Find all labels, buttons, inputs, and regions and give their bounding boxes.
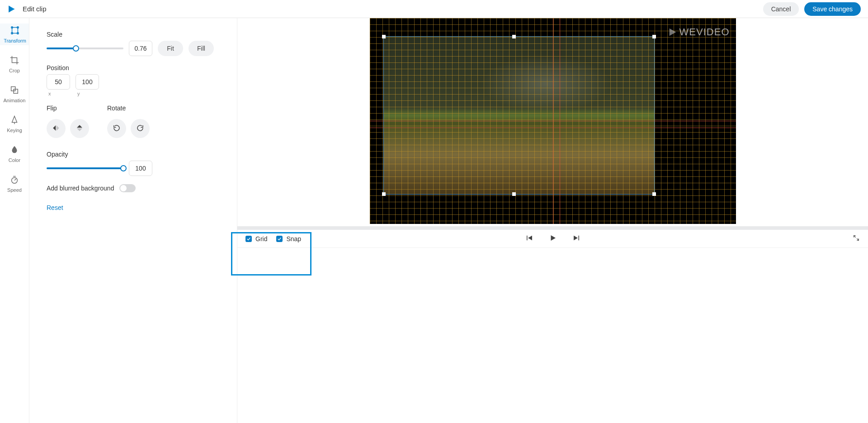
sidebar-item-label: Transform: [4, 38, 26, 43]
sidebar-item-keying[interactable]: Keying: [0, 113, 29, 135]
svg-rect-0: [12, 28, 18, 33]
clip-bounds[interactable]: [383, 36, 655, 195]
opacity-section: Opacity: [47, 151, 223, 176]
preview-area: WEVIDEO Grid Snap: [237, 18, 868, 423]
blur-background-row: Add blurred background: [47, 184, 223, 192]
guide-horizontal: [370, 121, 736, 121]
position-y-input[interactable]: [75, 74, 99, 90]
flip-vertical-icon: [75, 124, 84, 133]
cancel-button[interactable]: Cancel: [763, 2, 799, 16]
x-sublabel: x: [48, 91, 70, 96]
rotate-ccw-button[interactable]: [107, 119, 126, 138]
checkbox-checked-icon: [276, 236, 283, 242]
watermark-text: WEVIDEO: [679, 26, 730, 38]
grid-checkbox[interactable]: Grid: [245, 235, 267, 242]
reset-link[interactable]: Reset: [47, 204, 223, 211]
resize-handle-tr[interactable]: [652, 35, 656, 38]
scale-slider[interactable]: [47, 44, 123, 52]
speed-icon: [9, 175, 19, 185]
properties-panel: Scale Fit Fill Position x y: [29, 18, 237, 423]
keying-icon: [9, 115, 19, 126]
flip-horizontal-button[interactable]: [47, 119, 66, 138]
snap-checkbox-label: Snap: [286, 235, 301, 242]
resize-handle-br[interactable]: [652, 192, 656, 196]
main: Transform Crop Animation Keying Color Sp…: [0, 18, 868, 423]
svg-rect-10: [578, 235, 579, 240]
blur-background-label: Add blurred background: [47, 185, 114, 192]
resize-handle-tc[interactable]: [512, 35, 516, 38]
opacity-input[interactable]: [129, 161, 152, 176]
grid-checkbox-label: Grid: [255, 235, 267, 242]
checkbox-checked-icon: [245, 236, 252, 242]
flip-vertical-button[interactable]: [70, 119, 89, 138]
sidebar-item-speed[interactable]: Speed: [0, 173, 29, 195]
flip-rotate-section: Flip Rotate: [47, 105, 223, 138]
play-button[interactable]: [549, 234, 557, 244]
prev-frame-button[interactable]: [525, 234, 533, 244]
svg-rect-6: [14, 89, 18, 93]
svg-rect-5: [11, 87, 15, 91]
position-label: Position: [47, 64, 223, 71]
flip-label: Flip: [47, 105, 89, 112]
scale-input[interactable]: [129, 41, 152, 56]
app-logo-icon: [7, 5, 16, 14]
scale-section: Scale Fit Fill: [47, 31, 223, 56]
canvas-zone: WEVIDEO: [237, 18, 868, 226]
page-title: Edit clip: [23, 5, 47, 13]
y-sublabel: y: [77, 91, 99, 96]
rotate-cw-button[interactable]: [131, 119, 150, 138]
playback-controls: [525, 234, 580, 244]
resize-handle-bl[interactable]: [382, 192, 386, 196]
sidebar-item-animation[interactable]: Animation: [0, 83, 29, 105]
sidebar-item-label: Keying: [7, 128, 22, 133]
resize-handle-bc[interactable]: [512, 192, 516, 196]
position-section: Position x y: [47, 64, 223, 96]
sidebar-item-color[interactable]: Color: [0, 143, 29, 165]
fullscreen-button[interactable]: [853, 234, 860, 243]
header-actions: Cancel Save changes: [763, 2, 861, 16]
animation-icon: [9, 85, 19, 96]
transform-icon: [10, 25, 20, 36]
preview-canvas[interactable]: WEVIDEO: [370, 18, 736, 224]
next-frame-button[interactable]: [572, 234, 580, 244]
opacity-label: Opacity: [47, 151, 223, 158]
resize-handle-tl[interactable]: [382, 35, 386, 38]
guide-horizontal: [370, 128, 736, 128]
watermark: WEVIDEO: [668, 26, 730, 38]
sidebar-item-transform[interactable]: Transform: [0, 24, 29, 45]
sidebar: Transform Crop Animation Keying Color Sp…: [0, 18, 29, 423]
blur-background-toggle[interactable]: [119, 184, 136, 192]
color-icon: [9, 145, 19, 156]
preview-controls: Grid Snap: [237, 230, 868, 248]
rotate-label: Rotate: [107, 105, 150, 112]
fill-button[interactable]: Fill: [189, 41, 214, 56]
rotate-cw-icon: [136, 124, 144, 133]
sidebar-item-crop[interactable]: Crop: [0, 53, 29, 75]
flip-horizontal-icon: [52, 124, 60, 133]
sidebar-item-label: Speed: [7, 187, 22, 193]
sidebar-item-label: Crop: [9, 68, 20, 73]
header: Edit clip Cancel Save changes: [0, 0, 868, 18]
snap-checkbox[interactable]: Snap: [276, 235, 301, 242]
opacity-slider[interactable]: [47, 164, 123, 172]
sidebar-item-label: Color: [9, 157, 20, 163]
fit-button[interactable]: Fit: [158, 41, 183, 56]
sidebar-item-label: Animation: [4, 98, 26, 103]
svg-rect-9: [527, 235, 528, 240]
grid-snap-group: Grid Snap: [237, 235, 301, 242]
position-x-input[interactable]: [47, 74, 70, 90]
crop-icon: [9, 55, 19, 66]
rotate-ccw-icon: [113, 124, 121, 133]
save-button[interactable]: Save changes: [804, 2, 861, 16]
header-left: Edit clip: [7, 5, 47, 14]
scrub-bar[interactable]: [237, 226, 868, 230]
scale-label: Scale: [47, 31, 223, 38]
